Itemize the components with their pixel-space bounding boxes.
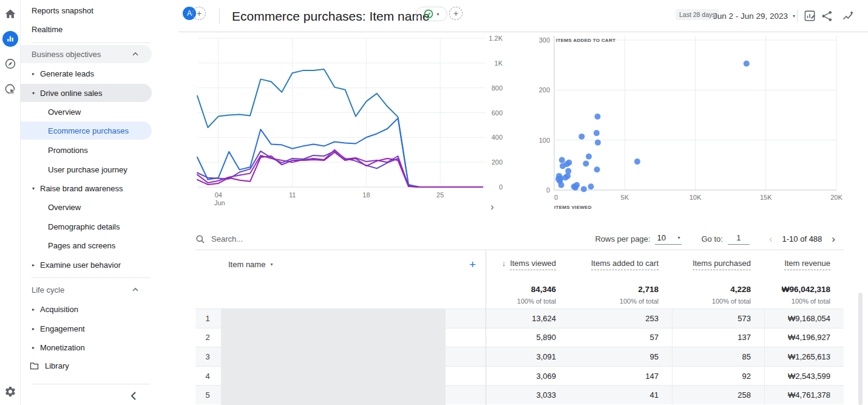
section-label: Business objectives [32,50,101,59]
search-input[interactable] [211,234,320,243]
column-header-items-purchased: Items purchased [672,250,764,279]
header-divider [219,9,220,24]
caret-right-icon: ▸ [27,71,40,77]
pagination: Rows per page: 10▾ Go to: 1 ‹ 1-10 of 48… [595,233,844,245]
sidebar-item-label: Library [45,361,69,370]
cell-items-viewed: 3,091 [486,347,569,366]
sidebar-item-raise-brand-awareness[interactable]: ▾Raise brand awareness [21,179,152,197]
row-number: 1 [195,309,220,328]
section-business-objectives[interactable]: Business objectives [21,45,152,63]
sidebar-item-realtime[interactable]: Realtime [21,20,152,38]
sidebar-item-monetization[interactable]: ▸Monetization [21,338,152,356]
search-icon [195,234,205,244]
column-header-items-added: Items added to cart [569,250,672,279]
svg-text:0: 0 [554,194,558,201]
cell-items-purchased: 85 [672,347,764,366]
sidebar-item-engagement[interactable]: ▸Engagement [21,319,152,338]
table-column-divider [486,251,486,405]
report-nav-sidebar: Reports snapshot Realtime Business objec… [21,0,178,405]
sidebar-item-user-purchase-journey[interactable]: User purchase journey [21,160,152,179]
caret-down-icon: ▾ [27,186,40,191]
sidebar-item-examine-user-behavior[interactable]: ▸Examine user behavior [21,256,152,274]
date-preset-chip: Last 28 days [676,9,719,20]
next-chart-chevron-icon[interactable]: › [490,201,494,213]
svg-text:600: 600 [492,109,503,117]
cell-item-revenue: ₩1,265,613 [764,347,844,366]
sidebar-item-drive-online-sales[interactable]: ▾Drive online sales [21,84,152,102]
date-range-selector[interactable]: Jun 2 - Jun 29, 2023 ▾ [713,0,795,32]
table-header-row: Item name ▾ + ↓Items viewed Items added … [195,250,844,279]
sidebar-item-demographic-details[interactable]: Demographic details [21,217,152,236]
section-life-cycle[interactable]: Life cycle [21,281,152,299]
advertising-icon[interactable] [4,83,16,98]
caret-right-icon: ▸ [27,326,40,332]
caret-down-icon[interactable]: ▾ [270,262,273,267]
cell-items-added: 41 [569,386,672,404]
cell-items-added: 95 [569,347,672,366]
sidebar-item-reports-snapshot[interactable]: Reports snapshot [21,1,152,19]
svg-text:25: 25 [436,191,444,199]
sidebar-item-ecommerce-purchases[interactable]: Ecommerce purchases [21,121,152,140]
rows-per-page-value: 10 [657,233,665,242]
add-comparison-button[interactable]: + [192,7,206,20]
vertical-scrollbar[interactable] [858,293,863,405]
sidebar-item-label: Ecommerce purchases [48,126,129,135]
sort-desc-arrow-icon: ↓ [502,259,506,268]
prev-page-chevron-icon[interactable]: ‹ [765,233,776,245]
svg-text:Jun: Jun [214,199,225,206]
rows-per-page-select[interactable]: 10▾ [655,233,682,245]
table-search[interactable] [195,234,320,244]
svg-text:10K: 10K [690,194,702,201]
page-title: Ecommerce purchases: Item name [232,0,430,32]
sidebar-item-generate-leads[interactable]: ▸Generate leads [21,64,152,83]
reports-icon[interactable] [2,31,18,47]
svg-text:400: 400 [492,134,503,141]
share-icon[interactable] [821,10,833,22]
cell-items-added: 147 [569,367,672,386]
sidebar-item-label: Acquisition [40,305,78,314]
next-page-chevron-icon[interactable]: › [828,233,839,245]
cell-items-purchased: 137 [672,328,764,347]
sidebar-item-acquisition[interactable]: ▸Acquisition [21,300,152,318]
row-number-header [195,250,220,279]
goto-page-input[interactable]: 1 [728,233,750,245]
add-secondary-dimension-button[interactable]: + [469,258,476,271]
sidebar-item-overview-awareness[interactable]: Overview [21,198,152,216]
collapse-sidebar-button[interactable] [130,391,137,403]
caret-right-icon: ▸ [27,345,40,350]
totals-row: 84,346100% of total 2,718100% of total 4… [195,279,844,308]
cell-items-purchased: 92 [672,367,764,386]
column-header-items-viewed: ↓Items viewed [486,250,569,279]
sidebar-item-promotions[interactable]: Promotions [21,141,152,159]
data-quality-button[interactable]: ▾ [416,7,447,21]
cell-item-revenue: ₩9,168,054 [764,309,844,328]
svg-text:04: 04 [215,191,222,199]
cell-items-added: 57 [569,328,672,347]
sidebar-divider [32,277,151,278]
column-header-item-revenue: Item revenue [764,250,844,279]
caret-down-icon: ▾ [436,12,439,17]
sidebar-item-library[interactable]: Library [21,356,152,375]
row-number: 2 [195,328,220,347]
add-report-button[interactable]: + [449,7,463,20]
cell-items-viewed: 3,033 [486,386,569,404]
svg-text:200: 200 [492,158,503,166]
svg-text:200: 200 [539,86,550,94]
row-number: 5 [195,386,220,404]
total-items-added: 2,718100% of total [569,279,672,308]
item-name-header[interactable]: Item name [228,260,265,269]
sidebar-item-pages-and-screens[interactable]: Pages and screens [21,236,152,254]
sidebar-item-label: Promotions [48,146,88,155]
customize-report-icon[interactable] [804,10,816,22]
caret-right-icon: ▸ [27,262,40,268]
cell-item-revenue: ₩4,761,378 [764,386,844,404]
chevron-up-icon [132,288,138,291]
home-icon[interactable] [4,8,16,22]
explore-icon[interactable] [4,58,16,72]
insights-icon[interactable] [842,10,855,22]
svg-text:15K: 15K [760,194,772,201]
sidebar-item-label: Pages and screens [48,241,115,250]
sidebar-item-overview-sales[interactable]: Overview [21,103,152,121]
settings-gear-icon[interactable] [4,386,16,400]
svg-text:300: 300 [539,36,550,44]
